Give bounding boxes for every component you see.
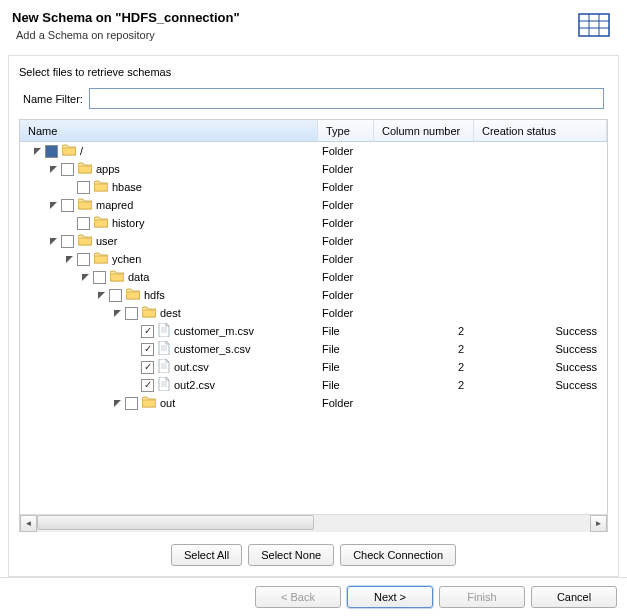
file-icon — [158, 323, 174, 339]
folder-icon — [94, 216, 112, 230]
row-checkbox[interactable] — [93, 271, 106, 284]
row-type: Folder — [318, 289, 374, 301]
row-type: Folder — [318, 235, 374, 247]
row-name-label: customer_m.csv — [174, 325, 254, 337]
col-header-column-number[interactable]: Column number — [374, 120, 474, 141]
tree-expander-none — [128, 362, 139, 373]
table-row[interactable]: destFolder — [20, 304, 607, 322]
name-filter-input[interactable] — [89, 88, 604, 109]
row-type: Folder — [318, 181, 374, 193]
folder-icon — [142, 396, 160, 410]
col-header-creation-status[interactable]: Creation status — [474, 120, 607, 141]
row-checkbox[interactable] — [141, 343, 154, 356]
select-none-button[interactable]: Select None — [248, 544, 334, 566]
row-type: Folder — [318, 217, 374, 229]
grid-icon — [573, 10, 615, 40]
tree-expander[interactable] — [48, 200, 59, 211]
table-row[interactable]: hbaseFolder — [20, 178, 607, 196]
row-checkbox[interactable] — [61, 163, 74, 176]
table-row[interactable]: customer_m.csvFile2Success — [20, 322, 607, 340]
scroll-left-button[interactable]: ◄ — [20, 515, 37, 532]
scroll-thumb[interactable] — [37, 515, 314, 530]
row-column-number: 2 — [374, 343, 474, 355]
row-name-label: out.csv — [174, 361, 209, 373]
row-name-label: user — [96, 235, 117, 247]
table-row[interactable]: userFolder — [20, 232, 607, 250]
row-checkbox[interactable] — [125, 307, 138, 320]
check-connection-button[interactable]: Check Connection — [340, 544, 456, 566]
tree-expander[interactable] — [96, 290, 107, 301]
file-icon — [158, 359, 174, 375]
folder-icon — [142, 306, 160, 320]
row-checkbox[interactable] — [61, 235, 74, 248]
back-button[interactable]: < Back — [255, 586, 341, 608]
table-row[interactable]: outFolder — [20, 394, 607, 412]
row-type: File — [318, 379, 374, 391]
row-name-label: hbase — [112, 181, 142, 193]
next-button[interactable]: Next > — [347, 586, 433, 608]
row-type: File — [318, 343, 374, 355]
dialog-subtitle: Add a Schema on repository — [12, 29, 573, 41]
tree-expander-none — [128, 344, 139, 355]
table-row[interactable]: ychenFolder — [20, 250, 607, 268]
folder-icon — [94, 252, 112, 266]
row-type: Folder — [318, 253, 374, 265]
table-row[interactable]: dataFolder — [20, 268, 607, 286]
col-header-name[interactable]: Name — [20, 120, 318, 141]
row-column-number: 2 — [374, 361, 474, 373]
row-name-label: apps — [96, 163, 120, 175]
row-checkbox[interactable] — [141, 325, 154, 338]
row-name-label: data — [128, 271, 149, 283]
table-row[interactable]: customer_s.csvFile2Success — [20, 340, 607, 358]
tree-expander[interactable] — [32, 146, 43, 157]
table-row[interactable]: mapredFolder — [20, 196, 607, 214]
tree-expander[interactable] — [64, 254, 75, 265]
tree-expander[interactable] — [112, 398, 123, 409]
row-checkbox[interactable] — [45, 145, 58, 158]
tree-expander[interactable] — [80, 272, 91, 283]
row-name-label: mapred — [96, 199, 133, 211]
svg-rect-0 — [579, 14, 609, 36]
table-row[interactable]: appsFolder — [20, 160, 607, 178]
cancel-button[interactable]: Cancel — [531, 586, 617, 608]
file-icon — [158, 341, 174, 357]
row-checkbox[interactable] — [141, 379, 154, 392]
scroll-right-button[interactable]: ► — [590, 515, 607, 532]
tree-expander[interactable] — [112, 308, 123, 319]
row-checkbox[interactable] — [141, 361, 154, 374]
row-checkbox[interactable] — [109, 289, 122, 302]
col-header-type[interactable]: Type — [318, 120, 374, 141]
horizontal-scrollbar[interactable]: ◄ ► — [20, 514, 607, 531]
row-name-label: history — [112, 217, 144, 229]
row-checkbox[interactable] — [77, 217, 90, 230]
row-type: Folder — [318, 199, 374, 211]
table-row[interactable]: /Folder — [20, 142, 607, 160]
row-type: File — [318, 361, 374, 373]
table-row[interactable]: out2.csvFile2Success — [20, 376, 607, 394]
tree-expander-none — [128, 380, 139, 391]
folder-icon — [62, 144, 80, 158]
dialog-title: New Schema on "HDFS_connection" — [12, 10, 573, 25]
row-column-number: 2 — [374, 325, 474, 337]
file-tree-table: Name Type Column number Creation status … — [19, 119, 608, 532]
tree-expander[interactable] — [48, 164, 59, 175]
row-checkbox[interactable] — [77, 253, 90, 266]
table-row[interactable]: historyFolder — [20, 214, 607, 232]
select-all-button[interactable]: Select All — [171, 544, 242, 566]
name-filter-label: Name Filter: — [23, 93, 83, 105]
row-checkbox[interactable] — [125, 397, 138, 410]
folder-icon — [78, 198, 96, 212]
row-checkbox[interactable] — [61, 199, 74, 212]
tree-expander-none — [64, 182, 75, 193]
row-creation-status: Success — [474, 325, 607, 337]
table-row[interactable]: out.csvFile2Success — [20, 358, 607, 376]
row-name-label: dest — [160, 307, 181, 319]
folder-icon — [78, 234, 96, 248]
row-type: File — [318, 325, 374, 337]
file-icon — [158, 377, 174, 393]
tree-expander[interactable] — [48, 236, 59, 247]
section-label: Select files to retrieve schemas — [19, 66, 608, 78]
table-row[interactable]: hdfsFolder — [20, 286, 607, 304]
row-checkbox[interactable] — [77, 181, 90, 194]
finish-button[interactable]: Finish — [439, 586, 525, 608]
